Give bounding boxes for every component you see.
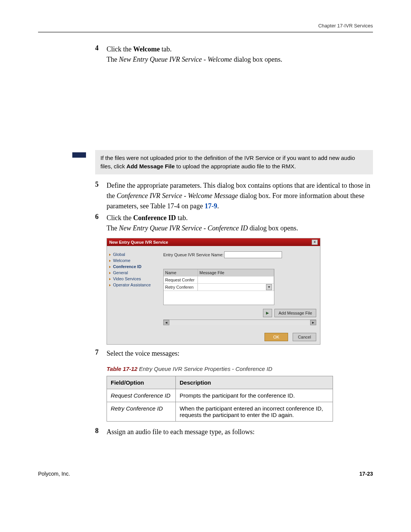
table-row: Retry Conference ID When the participant… — [107, 402, 333, 421]
table-row[interactable]: Request Confer — [164, 276, 274, 283]
text: The — [107, 224, 119, 232]
field-name: Request Conference ID — [107, 389, 176, 402]
step-body: Click the Welcome tab. The New Entry Que… — [107, 44, 373, 65]
table-title: Entry Queue IVR Service Properties - Con… — [137, 366, 272, 372]
text: Click the — [107, 45, 133, 53]
table-caption: Table 17-12 Entry Queue IVR Service Prop… — [107, 366, 373, 372]
add-message-file-button[interactable]: Add Message File — [274, 309, 316, 317]
step-7: 7 Select the voice messages: — [95, 348, 373, 359]
sidebar-item-operator-assistance[interactable]: Operator Assistance — [111, 282, 160, 288]
dialog-title-text: New Entry Queue IVR Service — [109, 240, 168, 244]
text: dialog box opens. — [248, 224, 298, 232]
table-header-message-file: Message File — [198, 269, 274, 276]
note-box: If the files were not uploaded prior to … — [95, 150, 373, 174]
bold-text: Add Message File — [126, 163, 175, 169]
dialog-window: New Entry Queue IVR Service × Global Wel… — [107, 238, 320, 345]
step-body: Select the voice messages: — [107, 348, 373, 359]
sidebar-item-conference-id[interactable]: Conference ID — [111, 264, 160, 270]
note-icon — [72, 152, 86, 158]
table-header-field: Field/Option — [107, 376, 176, 389]
text: to upload the appropriate audio file to … — [175, 163, 296, 169]
table-number: Table 17-12 — [107, 366, 137, 372]
step-number: 7 — [95, 348, 107, 359]
scroll-left-icon[interactable]: ◄ — [163, 320, 169, 325]
step-5: 5 Define the appropriate parameters. Thi… — [95, 181, 373, 211]
italic-text: Conference IVR Service - Welcome Message — [117, 192, 238, 200]
table-row: Request Conference ID Prompts the partic… — [107, 389, 333, 402]
step-body: Define the appropriate parameters. This … — [107, 181, 373, 211]
table-row[interactable]: Retry Conferen — [164, 283, 274, 291]
text: dialog box opens. — [232, 56, 282, 63]
chapter-header: Chapter 17-IVR Services — [38, 23, 373, 29]
row-name: Request Confer — [164, 276, 198, 283]
text: tab. — [176, 214, 188, 222]
scroll-right-icon[interactable]: ► — [310, 320, 316, 325]
dialog-titlebar: New Entry Queue IVR Service × — [107, 238, 320, 246]
sidebar-item-video-services[interactable]: Video Services — [111, 276, 160, 282]
table-header-description: Description — [176, 376, 333, 389]
step-8: 8 Assign an audio file to each message t… — [95, 427, 373, 437]
service-name-label: Entry Queue IVR Service Name: — [163, 252, 224, 257]
bold-text: Welcome — [133, 45, 160, 53]
field-name: Retry Conference ID — [107, 402, 176, 421]
table-header-name: Name — [164, 269, 198, 276]
row-msgfile-dropdown[interactable] — [198, 284, 274, 291]
step-body: Assign an audio file to each message typ… — [107, 427, 373, 437]
service-name-input[interactable] — [224, 251, 282, 258]
row-name: Retry Conferen — [164, 284, 198, 291]
sidebar-item-welcome[interactable]: Welcome — [111, 257, 160, 264]
footer-company: Polycom, Inc. — [38, 471, 70, 477]
chevron-down-icon[interactable] — [266, 284, 272, 290]
step-number: 8 — [95, 427, 107, 437]
text: The — [107, 56, 119, 63]
italic-text: New Entry Queue IVR Service - Conference… — [119, 224, 248, 232]
field-desc: Prompts the participant for the conferen… — [176, 389, 333, 402]
field-desc: When the participant entered an incorrec… — [176, 402, 333, 421]
play-icon[interactable]: ▶ — [263, 309, 272, 317]
dialog-sidebar: Global Welcome Conference ID General Vid… — [111, 251, 160, 328]
cancel-button[interactable]: Cancel — [293, 333, 316, 341]
text: Click the — [107, 214, 133, 222]
ok-button[interactable]: OK — [264, 333, 288, 341]
horizontal-scrollbar[interactable]: ◄ ► — [163, 320, 316, 325]
messages-table: Name Message File Request Confer Retry C… — [163, 269, 274, 305]
properties-table: Field/Option Description Request Confere… — [107, 376, 333, 422]
bold-text: Conference ID — [133, 214, 176, 222]
sidebar-item-global[interactable]: Global — [111, 251, 160, 257]
step-number: 5 — [95, 181, 107, 211]
step-body: Click the Conference ID tab. The New Ent… — [107, 213, 373, 233]
footer-page-number: 17-23 — [359, 471, 373, 477]
dialog-screenshot: New Entry Queue IVR Service × Global Wel… — [107, 238, 373, 345]
step-4: 4 Click the Welcome tab. The New Entry Q… — [95, 44, 373, 65]
header-rule — [38, 32, 373, 33]
step-number: 6 — [95, 213, 107, 233]
page-reference-link[interactable]: 17-9 — [205, 202, 217, 210]
note-row: If the files were not uploaded prior to … — [72, 150, 373, 174]
row-msgfile — [198, 276, 274, 283]
text: tab. — [160, 45, 172, 53]
close-icon[interactable]: × — [312, 240, 318, 245]
step-number: 4 — [95, 44, 107, 65]
sidebar-item-general[interactable]: General — [111, 270, 160, 276]
step-6: 6 Click the Conference ID tab. The New E… — [95, 213, 373, 233]
italic-text: New Entry Queue IVR Service - Welcome — [119, 56, 232, 63]
text: . — [217, 202, 219, 210]
